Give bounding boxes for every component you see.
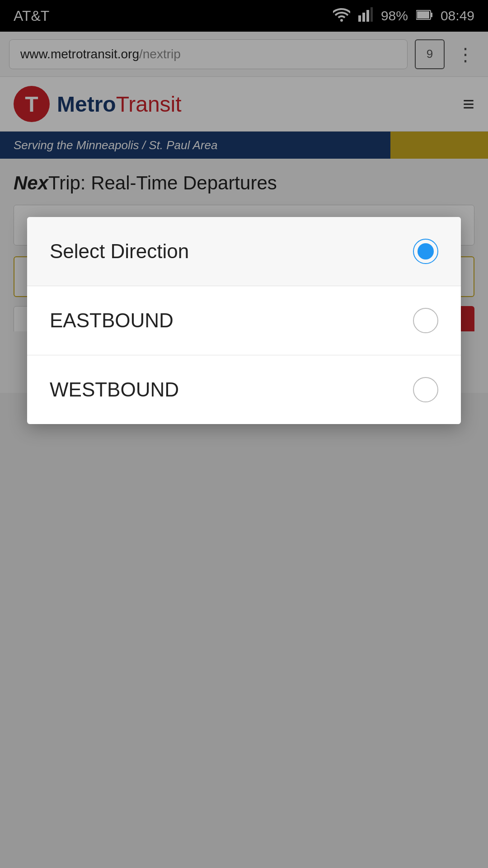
direction-option-eastbound-label: EASTBOUND	[50, 309, 174, 332]
direction-option-eastbound[interactable]: EASTBOUND	[27, 286, 461, 355]
direction-option-westbound-label: WESTBOUND	[50, 378, 179, 401]
radio-eastbound	[413, 308, 438, 333]
direction-option-default-label: Select Direction	[50, 240, 189, 263]
direction-option-default[interactable]: Select Direction	[27, 217, 461, 286]
direction-option-westbound[interactable]: WESTBOUND	[27, 355, 461, 424]
direction-dialog: Select Direction EASTBOUND WESTBOUND	[27, 217, 461, 424]
radio-westbound	[413, 377, 438, 402]
radio-inner-default	[418, 243, 434, 259]
radio-default	[413, 239, 438, 264]
modal-overlay[interactable]	[0, 0, 488, 868]
